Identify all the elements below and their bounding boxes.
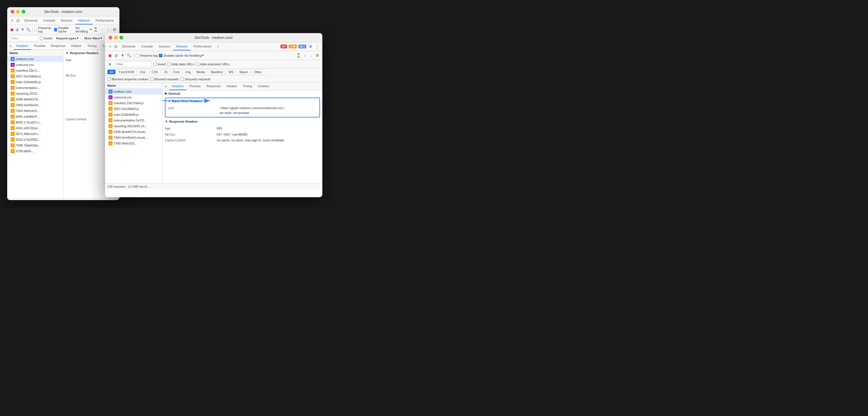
type-css[interactable]: CSS: [149, 70, 161, 74]
file-item-5[interactable]: J instrumentation....: [7, 85, 63, 91]
layers-icon-1[interactable]: ⊡: [15, 18, 21, 23]
file-item2-9[interactable]: J 7390.4fe0cd15...: [105, 141, 162, 146]
type-js[interactable]: JS: [161, 70, 170, 74]
tab-elements-2[interactable]: Elements: [119, 43, 138, 50]
type-media[interactable]: Media: [194, 70, 207, 74]
filter-input-1[interactable]: [9, 35, 38, 41]
wifi-icon-2[interactable]: ⌛: [296, 53, 301, 58]
invert-checkbox-1[interactable]: [40, 36, 43, 40]
more-icon-2[interactable]: ⋮: [315, 44, 320, 49]
file-item2-5[interactable]: J instrumentation.5e7f2...: [105, 117, 162, 123]
headers-tab-initiator-1[interactable]: Initiator: [68, 42, 84, 50]
headers-tab-headers-2[interactable]: Headers: [169, 83, 187, 90]
headers-tab-timing-1[interactable]: Timing: [84, 42, 100, 50]
type-other[interactable]: Other: [251, 70, 264, 74]
throttle-selector-1[interactable]: No throttling ▾: [76, 26, 92, 33]
file-item-14[interactable]: J 5203.e7a22052...: [7, 137, 63, 143]
file-item-0[interactable]: H medium.com: [7, 56, 63, 62]
tab-network-2[interactable]: Network: [173, 43, 190, 50]
clear-icon-2[interactable]: ⊘: [114, 53, 119, 58]
more-filters-btn-1[interactable]: More filters ▾: [82, 36, 104, 40]
type-doc[interactable]: Doc: [138, 70, 148, 74]
preserve-log-checkbox-2[interactable]: [135, 54, 139, 57]
type-font[interactable]: Font: [171, 70, 182, 74]
file-item2-6[interactable]: J reporting.2021fe63.ch...: [105, 123, 162, 129]
file-item2-4[interactable]: J main.526b4b95.js: [105, 112, 162, 117]
tab-console-2[interactable]: Console: [138, 43, 156, 50]
hide-data-urls-checkbox-2[interactable]: [167, 62, 171, 66]
layers-icon-2[interactable]: ⊡: [113, 44, 118, 49]
cursor-icon-2[interactable]: ⌖: [107, 44, 113, 49]
file-item-6[interactable]: J reporting.2021f...: [7, 91, 63, 96]
file-item2-7[interactable]: J 4398.db4d4378.chunk...: [105, 129, 162, 135]
minimize-button-1[interactable]: [16, 10, 20, 13]
tab-network-1[interactable]: Network: [75, 17, 93, 25]
record-icon-1[interactable]: ⏺: [9, 27, 14, 32]
tab-performance-2[interactable]: Performance: [190, 43, 214, 50]
tab-sources-2[interactable]: Sources: [156, 43, 173, 50]
file-item-4[interactable]: J main.526b4b95.js: [7, 79, 63, 85]
close-tab-icon-1[interactable]: ×: [9, 44, 12, 48]
general-section-2[interactable]: ▶ General: [163, 90, 322, 96]
tab-sources-1[interactable]: Sources: [58, 17, 75, 25]
close-button-1[interactable]: [11, 10, 14, 13]
maximize-button-1[interactable]: [22, 10, 25, 13]
clear-icon-1[interactable]: ⊘: [15, 27, 19, 32]
search-icon-1[interactable]: 🔍: [26, 27, 31, 32]
disable-cache-checkbox-2[interactable]: [159, 54, 162, 57]
file-item2-8[interactable]: J 7883.0e445e04.chunk...: [105, 135, 162, 141]
tab-elements-1[interactable]: Elements: [22, 17, 40, 25]
cursor-icon-1[interactable]: ⌖: [9, 18, 15, 23]
settings2-icon-2[interactable]: ⚙: [315, 53, 320, 58]
maximize-button-2[interactable]: [119, 36, 123, 39]
response-headers-section-2[interactable]: ▼ Response Headers: [163, 119, 322, 124]
type-ws[interactable]: WS: [226, 70, 236, 74]
filter-icon-2[interactable]: ▼: [120, 53, 125, 58]
headers-tab-preview-2[interactable]: Preview: [186, 83, 204, 90]
settings2-icon-1[interactable]: ⚙: [112, 27, 117, 32]
request-types-btn-1[interactable]: Request types ▾: [54, 36, 81, 40]
blocked-cookies-checkbox[interactable]: [107, 78, 111, 81]
hide-ext-urls-checkbox-2[interactable]: [196, 62, 199, 66]
headers-tab-timing-2[interactable]: Timing: [240, 83, 255, 90]
headers-tab-response-1[interactable]: Response: [48, 42, 68, 50]
settings-icon-2[interactable]: ⚙: [308, 44, 313, 49]
wifi-icon-1[interactable]: ⌛: [93, 27, 98, 32]
type-wasm[interactable]: Wasm: [237, 70, 251, 74]
file-item-8[interactable]: J 7883.0e445e04...: [7, 102, 63, 108]
file-item-10[interactable]: J 6481.e3e8b67f...: [7, 114, 63, 119]
file-item-16[interactable]: J 5799.db95-...: [7, 148, 63, 154]
file-item-12[interactable]: J 4341.e697d2a1...: [7, 125, 63, 131]
headers-tab-cookies-2[interactable]: Cookies: [255, 83, 272, 90]
file-item-15[interactable]: J 7098.7bbb418a...: [7, 143, 63, 148]
file-item-9[interactable]: J 7603.4fe0cd15...: [7, 108, 63, 114]
file-item2-1[interactable]: C unbound.css: [105, 94, 162, 100]
filter-input-2[interactable]: [114, 61, 152, 67]
type-fetch-xhr[interactable]: Fetch/XHR: [117, 70, 137, 74]
download-icon-2[interactable]: ↓: [309, 53, 314, 58]
invert-checkbox-2[interactable]: [153, 62, 157, 66]
tab-console-1[interactable]: Console: [40, 17, 58, 25]
record-icon-2[interactable]: ⏺: [107, 53, 113, 58]
blocked-requests-checkbox[interactable]: [150, 78, 154, 81]
upload-icon-2[interactable]: ↑: [302, 53, 307, 58]
headers-tab-initiator-2[interactable]: Initiator: [224, 83, 240, 90]
preserve-log-checkbox-1[interactable]: [34, 28, 37, 31]
upload-icon-1[interactable]: ↑: [99, 27, 104, 32]
tab-more-2[interactable]: »: [214, 43, 222, 50]
file-item-2[interactable]: J manifest.23e7c...: [7, 68, 63, 73]
headers-tab-response-2[interactable]: Response: [204, 83, 224, 90]
type-img[interactable]: Img: [183, 70, 193, 74]
file-item-1[interactable]: C unbound.css: [7, 62, 63, 68]
search-icon-2[interactable]: 🔍: [126, 53, 131, 58]
headers-tab-headers-1[interactable]: Headers: [13, 42, 31, 50]
download-icon-1[interactable]: ↓: [105, 27, 111, 32]
file-item2-3[interactable]: J 3057.5e22bbb0.js: [105, 106, 162, 112]
throttle-selector-2[interactable]: No throttling ▾: [184, 54, 204, 57]
file-item-7[interactable]: J 4398.db4d4378...: [7, 96, 63, 102]
third-party-checkbox[interactable]: [181, 78, 184, 81]
tab-performance-1[interactable]: Performance: [93, 17, 117, 25]
type-all[interactable]: All: [107, 70, 115, 74]
tab-more-1[interactable]: »: [117, 17, 119, 25]
file-item2-0[interactable]: H medium.com: [105, 89, 162, 94]
